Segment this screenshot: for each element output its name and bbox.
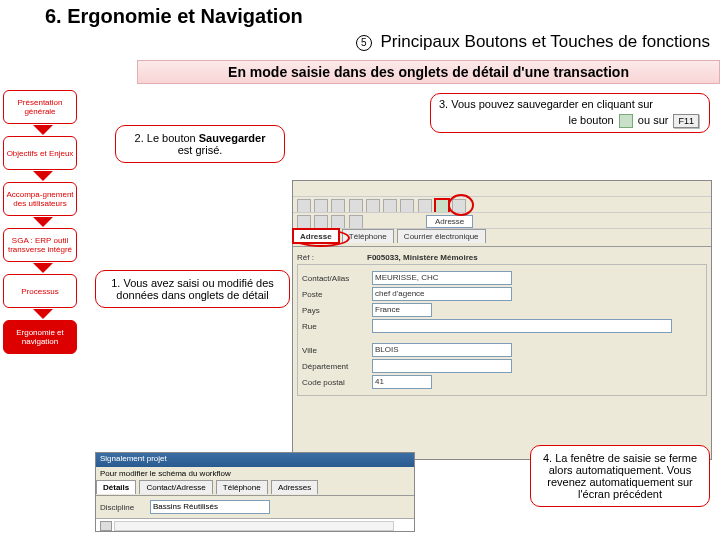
sidebar-item-presentation[interactable]: Présentation générale: [3, 90, 77, 124]
toolbar-button[interactable]: [349, 215, 363, 229]
rue-label: Rue: [302, 322, 372, 331]
chevron-down-icon: [33, 125, 53, 135]
subtitle: 5 Principaux Boutons et Touches de fonct…: [356, 32, 710, 52]
mini-discipline-input[interactable]: Bassins Réutilisés: [150, 500, 270, 514]
mini-tab-details[interactable]: Détails: [96, 480, 136, 494]
sidebar-item-accompagnement[interactable]: Accompa-gnement des utilisateurs: [3, 182, 77, 216]
save-icon: [619, 114, 633, 128]
callout-1: 1. Vous avez saisi ou modifié des donnée…: [95, 270, 290, 308]
pays-label: Pays: [302, 306, 372, 315]
dept-label: Département: [302, 362, 372, 371]
app-window: Adresse Adresse Téléphone Courrier élect…: [292, 180, 712, 460]
chevron-down-icon: [33, 263, 53, 273]
ref-value: F005033, Ministère Mémoires: [367, 253, 478, 262]
contact-input[interactable]: MEURISSE, CHC: [372, 271, 512, 285]
toolbar-button[interactable]: [349, 199, 363, 213]
mini-window: Signalement projet Pour modifier le sché…: [95, 452, 415, 532]
toolbar-button[interactable]: [314, 199, 328, 213]
toolbar-button[interactable]: [366, 199, 380, 213]
tab-strip-top: Adresse Téléphone Courrier électronique: [293, 229, 711, 247]
sidebar-item-objectifs[interactable]: Objectifs et Enjeux: [3, 136, 77, 170]
chevron-down-icon: [33, 171, 53, 181]
menubar: [293, 181, 711, 197]
ville-label: Ville: [302, 346, 372, 355]
toolbar-button[interactable]: [418, 199, 432, 213]
callout-4: 4. La fenêtre de saisie se ferme alors a…: [530, 445, 710, 507]
callout-3-pre: le bouton: [568, 114, 613, 126]
toolbar-button[interactable]: [452, 199, 466, 213]
sidebar: Présentation générale Objectifs et Enjeu…: [3, 90, 83, 356]
mini-tab-contact[interactable]: Contact/Adresse: [139, 480, 212, 494]
chevron-down-icon: [33, 309, 53, 319]
toolbar-button[interactable]: [314, 215, 328, 229]
subtitle-text: Principaux Boutons et Touches de fonctio…: [380, 32, 710, 51]
tab-adresse[interactable]: Adresse: [293, 229, 339, 243]
pays-input[interactable]: France: [372, 303, 432, 317]
tab-courrier[interactable]: Courrier électronique: [397, 229, 486, 243]
callout-3: 3. Vous pouvez sauvegarder en cliquant s…: [430, 93, 710, 133]
callout-2: 2. Le bouton Sauvegarder est grisé.: [115, 125, 285, 163]
cp-input[interactable]: 41: [372, 375, 432, 389]
ville-input[interactable]: BLOIS: [372, 343, 512, 357]
toolbar-button[interactable]: [331, 199, 345, 213]
adresse-button[interactable]: Adresse: [426, 215, 473, 228]
rue-input[interactable]: [372, 319, 672, 333]
form-area: Réf : F005033, Ministère Mémoires Contac…: [293, 247, 711, 400]
mini-hint: Pour modifier le schéma du workflow: [96, 467, 414, 480]
sidebar-item-sga[interactable]: SGA : ERP outil transverse intégré: [3, 228, 77, 262]
poste-label: Poste: [302, 290, 372, 299]
dept-input[interactable]: [372, 359, 512, 373]
toolbar-button[interactable]: [297, 199, 311, 213]
sidebar-item-processus[interactable]: Processus: [3, 274, 77, 308]
toolbar-2: Adresse: [293, 213, 711, 229]
contact-label: Contact/Alias: [302, 274, 372, 283]
cp-label: Code postal: [302, 378, 372, 387]
mini-titlebar: Signalement projet: [96, 453, 414, 467]
mini-discipline-label: Discipline: [100, 503, 150, 512]
save-button[interactable]: [435, 199, 449, 213]
poste-input[interactable]: chef d'agence: [372, 287, 512, 301]
callout-2-post: est grisé.: [178, 144, 223, 156]
mini-tab-tel[interactable]: Téléphone: [216, 480, 268, 494]
toolbar-button[interactable]: [297, 215, 311, 229]
mini-tab-adr[interactable]: Adresses: [271, 480, 318, 494]
callout-2-bold: Sauvegarder: [199, 132, 266, 144]
callout-3-mid: ou sur: [638, 114, 669, 126]
f11-key: F11: [673, 114, 699, 128]
sidebar-item-ergonomie[interactable]: Ergonomie et navigation: [3, 320, 77, 354]
callout-2-pre: 2. Le bouton: [135, 132, 196, 144]
mode-banner: En mode saisie dans des onglets de détai…: [137, 60, 720, 84]
slide-title: 6. Ergonomie et Navigation: [45, 5, 303, 28]
subtitle-number: 5: [356, 35, 372, 51]
toolbar-button[interactable]: [331, 215, 345, 229]
toolbar-button[interactable]: [383, 199, 397, 213]
toolbar-button[interactable]: [400, 199, 414, 213]
chevron-down-icon: [33, 217, 53, 227]
toolbar: [293, 197, 711, 213]
tab-telephone[interactable]: Téléphone: [342, 229, 394, 243]
callout-3-line1: 3. Vous pouvez sauvegarder en cliquant s…: [439, 98, 701, 110]
ref-label: Réf :: [297, 253, 367, 262]
